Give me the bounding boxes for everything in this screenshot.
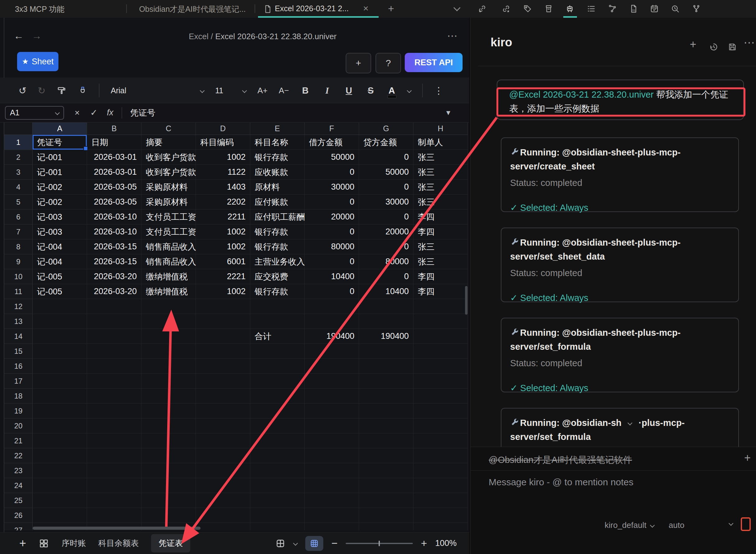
cell-A1[interactable]: 凭证号: [33, 135, 87, 150]
cell-E15[interactable]: [250, 344, 305, 359]
sheet-button[interactable]: ★ Sheet: [17, 52, 58, 71]
cell-H27[interactable]: [413, 523, 468, 531]
cell-H12[interactable]: [413, 299, 468, 314]
cell-F26[interactable]: [305, 508, 359, 523]
cell-D4[interactable]: 1403: [196, 180, 250, 195]
chevron-down-icon[interactable]: [293, 541, 298, 546]
cell-C26[interactable]: [141, 508, 196, 523]
cell-E16[interactable]: [250, 359, 305, 374]
row-header-10[interactable]: 10: [4, 269, 33, 284]
select-all-corner[interactable]: [4, 122, 33, 135]
zoom-out-button[interactable]: −: [331, 537, 338, 549]
cell-G4[interactable]: 0: [359, 180, 413, 195]
cell-C3[interactable]: 收到客户货款: [141, 165, 196, 180]
cell-B23[interactable]: [87, 463, 141, 478]
list-icon[interactable]: [587, 4, 596, 13]
cell-F17[interactable]: [305, 374, 359, 389]
row-header-6[interactable]: 6: [4, 210, 33, 224]
cell-B21[interactable]: [87, 433, 141, 448]
workflow-icon[interactable]: [608, 4, 617, 13]
row-header-24[interactable]: 24: [4, 478, 33, 493]
column-header-H[interactable]: H: [413, 122, 468, 135]
cell-E26[interactable]: [250, 508, 305, 523]
cell-H21[interactable]: [413, 433, 468, 448]
row-header-1[interactable]: 1: [4, 135, 33, 150]
user-message[interactable]: @Excel 2026-03-21 22.38.20.univer 帮我添加一个…: [497, 79, 744, 120]
cell-G3[interactable]: 50000: [359, 165, 413, 180]
cell-H25[interactable]: [413, 493, 468, 508]
cell-C6[interactable]: 支付员工工资: [141, 210, 196, 224]
font-color-button[interactable]: A: [387, 86, 396, 96]
gridline-toggle-button[interactable]: [305, 536, 323, 551]
cell-E2[interactable]: 银行存款: [250, 150, 305, 165]
clear-format-brush-icon[interactable]: [78, 86, 88, 96]
cell-B11[interactable]: 2026-03-20: [87, 284, 141, 299]
toolbar-more-icon[interactable]: ⋮: [434, 85, 443, 96]
cell-C15[interactable]: [141, 344, 196, 359]
cell-G11[interactable]: 10400: [359, 284, 413, 299]
cell-B15[interactable]: [87, 344, 141, 359]
cell-H1[interactable]: 制单人: [413, 135, 468, 150]
cell-F3[interactable]: 0: [305, 165, 359, 180]
row-header-20[interactable]: 20: [4, 419, 33, 433]
cell-A16[interactable]: [33, 359, 87, 374]
cell-C22[interactable]: [141, 448, 196, 463]
cell-E27[interactable]: [250, 523, 305, 531]
cell-E25[interactable]: [250, 493, 305, 508]
font-size-select[interactable]: 11: [215, 86, 246, 95]
cell-A13[interactable]: [33, 314, 87, 329]
tool-call-card[interactable]: Running: @obsidian-sheet-plus-mcp-server…: [501, 228, 739, 302]
tab-excel-file[interactable]: Excel 2026-03-21 2...: [275, 4, 362, 13]
cell-H4[interactable]: 张三: [413, 180, 468, 195]
row-header-17[interactable]: 17: [4, 374, 33, 389]
view-grid-icon[interactable]: [275, 538, 286, 549]
bot-icon[interactable]: [565, 4, 575, 13]
row-header-18[interactable]: 18: [4, 389, 33, 403]
cell-A4[interactable]: 记-002: [33, 180, 87, 195]
cell-E7[interactable]: 银行存款: [250, 224, 305, 239]
tags-icon[interactable]: [523, 4, 532, 13]
column-header-C[interactable]: C: [141, 122, 196, 135]
cell-D8[interactable]: 1002: [196, 239, 250, 254]
cell-H14[interactable]: [413, 329, 468, 344]
more-options-icon[interactable]: ⋯: [447, 30, 458, 42]
row-header-3[interactable]: 3: [4, 165, 33, 180]
horizontal-scrollbar[interactable]: [33, 527, 200, 530]
breadcrumb-root[interactable]: Excel: [189, 32, 209, 41]
cell-G19[interactable]: [359, 403, 413, 419]
cell-A15[interactable]: [33, 344, 87, 359]
row-header-5[interactable]: 5: [4, 195, 33, 210]
cell-B20[interactable]: [87, 419, 141, 433]
cell-D5[interactable]: 2202: [196, 195, 250, 210]
cell-B16[interactable]: [87, 359, 141, 374]
fx-icon[interactable]: fx: [107, 108, 113, 117]
cell-C25[interactable]: [141, 493, 196, 508]
bold-button[interactable]: B: [300, 86, 310, 96]
cell-C12[interactable]: [141, 299, 196, 314]
cell-C21[interactable]: [141, 433, 196, 448]
cell-H26[interactable]: [413, 508, 468, 523]
cell-C10[interactable]: 缴纳增值税: [141, 269, 196, 284]
cancel-icon[interactable]: ×: [75, 108, 79, 118]
cell-C5[interactable]: 采购原材料: [141, 195, 196, 210]
cell-G10[interactable]: 0: [359, 269, 413, 284]
cell-G25[interactable]: [359, 493, 413, 508]
row-header-27[interactable]: 27: [4, 523, 33, 531]
cell-A20[interactable]: [33, 419, 87, 433]
cell-B17[interactable]: [87, 374, 141, 389]
cell-B26[interactable]: [87, 508, 141, 523]
cell-F13[interactable]: [305, 314, 359, 329]
cell-F12[interactable]: [305, 299, 359, 314]
chevron-down-icon[interactable]: [454, 4, 461, 11]
cell-H23[interactable]: [413, 463, 468, 478]
cell-C2[interactable]: 收到客户货款: [141, 150, 196, 165]
cell-F14[interactable]: 190400: [305, 329, 359, 344]
cell-G22[interactable]: [359, 448, 413, 463]
cell-F15[interactable]: [305, 344, 359, 359]
sheet-list-icon[interactable]: [39, 538, 49, 549]
close-tab-icon[interactable]: ×: [363, 3, 369, 14]
cell-H19[interactable]: [413, 403, 468, 419]
cell-H13[interactable]: [413, 314, 468, 329]
save-icon[interactable]: [728, 42, 737, 52]
zoom-level[interactable]: 100%: [435, 539, 457, 548]
